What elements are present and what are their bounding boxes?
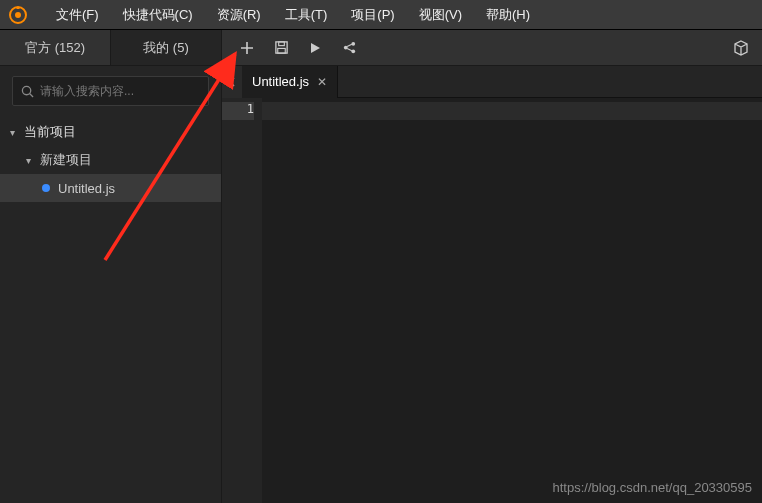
app-logo-icon bbox=[8, 5, 28, 25]
chevron-down-icon: ▾ bbox=[10, 127, 24, 138]
search-box[interactable] bbox=[12, 76, 209, 106]
menu-help[interactable]: 帮助(H) bbox=[474, 6, 542, 24]
menu-resource[interactable]: 资源(R) bbox=[205, 6, 273, 24]
new-file-button[interactable] bbox=[232, 33, 262, 63]
tree-project[interactable]: ▾ 新建项目 bbox=[0, 146, 221, 174]
chevron-down-icon: ▾ bbox=[26, 155, 40, 166]
line-gutter: 1 bbox=[222, 98, 262, 503]
svg-rect-4 bbox=[277, 48, 285, 53]
editor: Untitled.js ✕ 1 bbox=[222, 66, 762, 503]
sidebar-tab-official[interactable]: 官方 (152) bbox=[0, 30, 111, 65]
active-line bbox=[262, 102, 762, 120]
menubar: 文件(F) 快捷代码(C) 资源(R) 工具(T) 项目(P) 视图(V) 帮助… bbox=[0, 0, 762, 30]
line-number: 1 bbox=[222, 102, 254, 120]
svg-point-1 bbox=[15, 12, 21, 18]
editor-tab-label: Untitled.js bbox=[252, 74, 309, 89]
tree-root-label: 当前项目 bbox=[24, 123, 76, 141]
tree-project-label: 新建项目 bbox=[40, 151, 92, 169]
editor-tab[interactable]: Untitled.js ✕ bbox=[242, 66, 338, 98]
share-button[interactable] bbox=[334, 33, 364, 63]
sidebar-tab-mine[interactable]: 我的 (5) bbox=[111, 30, 222, 65]
svg-point-6 bbox=[351, 42, 355, 46]
editor-body[interactable]: 1 bbox=[222, 98, 762, 503]
editor-tabbar: Untitled.js ✕ bbox=[222, 66, 762, 98]
run-button[interactable] bbox=[300, 33, 330, 63]
watermark-text: https://blog.csdn.net/qq_20330595 bbox=[553, 480, 753, 495]
menu-file[interactable]: 文件(F) bbox=[44, 6, 111, 24]
tab-scroll-left-button[interactable] bbox=[222, 66, 242, 98]
toolbar: 官方 (152) 我的 (5) bbox=[0, 30, 762, 66]
sidebar: ▾ 当前项目 ▾ 新建项目 Untitled.js bbox=[0, 66, 222, 503]
svg-point-8 bbox=[22, 86, 30, 94]
menu-snippet[interactable]: 快捷代码(C) bbox=[111, 6, 205, 24]
cube-button[interactable] bbox=[726, 33, 756, 63]
svg-rect-3 bbox=[278, 42, 284, 46]
save-button[interactable] bbox=[266, 33, 296, 63]
tab-close-button[interactable]: ✕ bbox=[317, 75, 327, 89]
menu-view[interactable]: 视图(V) bbox=[407, 6, 474, 24]
tree-file-label: Untitled.js bbox=[58, 181, 115, 196]
search-icon bbox=[21, 85, 34, 98]
file-status-dot-icon bbox=[42, 184, 50, 192]
tree-root[interactable]: ▾ 当前项目 bbox=[0, 118, 221, 146]
menu-project[interactable]: 项目(P) bbox=[339, 6, 406, 24]
menu-tool[interactable]: 工具(T) bbox=[273, 6, 340, 24]
search-input[interactable] bbox=[40, 84, 200, 98]
svg-point-7 bbox=[351, 49, 355, 53]
code-area[interactable] bbox=[262, 98, 762, 503]
tree-file[interactable]: Untitled.js bbox=[0, 174, 221, 202]
